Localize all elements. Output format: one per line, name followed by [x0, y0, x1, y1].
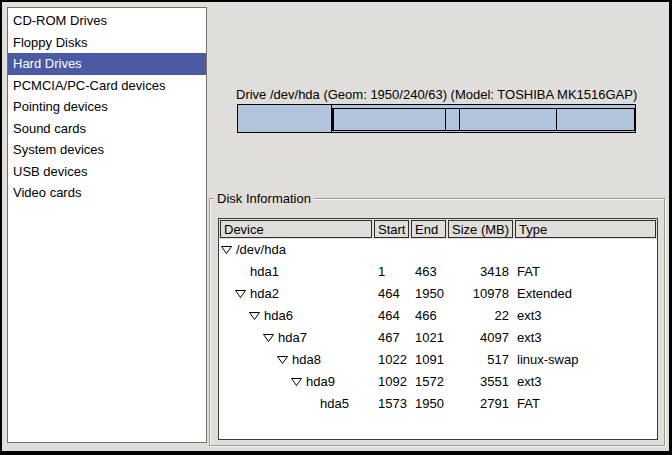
expander-triangle-icon[interactable] [221, 246, 232, 254]
table-row-hda2[interactable]: hda2464195010978Extended [219, 283, 657, 305]
expander-triangle-icon[interactable] [235, 290, 246, 298]
partition-bar-segment-hda2 [332, 105, 635, 132]
device-cell: hda2 [219, 283, 375, 305]
end-cell: 1091 [412, 349, 449, 371]
table-row-hda9[interactable]: hda9109215723551ext3 [219, 371, 657, 393]
disk-information-groupbox: Disk Information DeviceStartEndSize (MB)… [209, 198, 665, 446]
drive-geometry-label: Drive /dev/hda (Geom: 1950/240/63) (Mode… [236, 87, 637, 102]
table-row--dev-hda[interactable]: /dev/hda [219, 239, 657, 261]
column-header-type[interactable]: Type [515, 220, 656, 238]
column-header-end[interactable]: End [411, 220, 446, 238]
size-cell: 517 [449, 349, 515, 371]
sidebar-item-pointing-devices[interactable]: Pointing devices [8, 96, 206, 118]
hardware-category-list[interactable]: CD-ROM DrivesFloppy DisksHard DrivesPCMC… [7, 7, 207, 443]
type-cell: FAT [515, 393, 657, 415]
partition-bar-logical-container [332, 108, 635, 131]
partition-bar-segment-hda9 [460, 109, 557, 130]
expander-triangle-icon[interactable] [249, 312, 260, 320]
device-cell: hda1 [219, 261, 375, 283]
end-cell: 466 [412, 305, 449, 327]
sidebar-item-sound-cards[interactable]: Sound cards [8, 118, 206, 140]
table-row-hda1[interactable]: hda114633418FAT [219, 261, 657, 283]
partition-bar-segment-hda7 [334, 109, 446, 130]
disk-information-title: Disk Information [214, 191, 314, 206]
device-label: hda7 [278, 327, 307, 349]
device-label: hda1 [250, 261, 279, 283]
end-cell: 1021 [412, 327, 449, 349]
size-cell: 3551 [449, 371, 515, 393]
type-cell: ext3 [515, 371, 657, 393]
start-cell: 1022 [375, 349, 412, 371]
device-label: hda6 [264, 305, 293, 327]
device-cell: /dev/hda [219, 239, 375, 261]
start-cell: 1 [375, 261, 412, 283]
sidebar-item-hard-drives[interactable]: Hard Drives [8, 53, 206, 75]
start-cell: 464 [375, 305, 412, 327]
start-cell [375, 239, 412, 261]
device-label: /dev/hda [236, 239, 286, 261]
start-cell: 1573 [375, 393, 412, 415]
start-cell: 467 [375, 327, 412, 349]
device-label: hda9 [306, 371, 335, 393]
sidebar-item-system-devices[interactable]: System devices [8, 139, 206, 161]
size-cell: 10978 [449, 283, 515, 305]
column-header-device[interactable]: Device [220, 220, 372, 238]
sidebar-item-pcmcia-pc-card-devices[interactable]: PCMCIA/PC-Card devices [8, 75, 206, 97]
start-cell: 464 [375, 283, 412, 305]
table-row-hda8[interactable]: hda810221091517linux-swap [219, 349, 657, 371]
size-cell: 4097 [449, 327, 515, 349]
size-cell [449, 239, 515, 261]
device-cell: hda8 [219, 349, 375, 371]
type-cell [515, 239, 657, 261]
sidebar-item-floppy-disks[interactable]: Floppy Disks [8, 32, 206, 54]
column-header-start[interactable]: Start [374, 220, 409, 238]
type-cell: ext3 [515, 327, 657, 349]
end-cell: 1950 [412, 393, 449, 415]
table-row-hda6[interactable]: hda646446622ext3 [219, 305, 657, 327]
device-cell: hda5 [219, 393, 375, 415]
size-cell: 3418 [449, 261, 515, 283]
expander-triangle-icon[interactable] [277, 356, 288, 364]
start-cell: 1092 [375, 371, 412, 393]
size-cell: 22 [449, 305, 515, 327]
sidebar-item-video-cards[interactable]: Video cards [8, 182, 206, 204]
end-cell [412, 239, 449, 261]
type-cell: ext3 [515, 305, 657, 327]
end-cell: 463 [412, 261, 449, 283]
table-row-hda7[interactable]: hda746710214097ext3 [219, 327, 657, 349]
end-cell: 1950 [412, 283, 449, 305]
expander-triangle-icon[interactable] [291, 378, 302, 386]
device-cell: hda6 [219, 305, 375, 327]
table-body: /dev/hdahda114633418FAThda2464195010978E… [219, 239, 657, 415]
partition-bar-segment-hda5 [557, 109, 634, 130]
device-label: hda8 [292, 349, 321, 371]
device-cell: hda7 [219, 327, 375, 349]
partition-bar [237, 104, 636, 133]
type-cell: linux-swap [515, 349, 657, 371]
expander-triangle-icon[interactable] [263, 334, 274, 342]
table-header: DeviceStartEndSize (MB)Type [219, 219, 657, 239]
sidebar-item-usb-devices[interactable]: USB devices [8, 161, 206, 183]
sidebar-item-cd-rom-drives[interactable]: CD-ROM Drives [8, 10, 206, 32]
partition-bar-segment-hda8 [446, 109, 460, 130]
device-cell: hda9 [219, 371, 375, 393]
type-cell: Extended [515, 283, 657, 305]
disk-information-table[interactable]: DeviceStartEndSize (MB)Type /dev/hdahda1… [218, 218, 658, 440]
column-header-size-mb-[interactable]: Size (MB) [448, 220, 513, 238]
device-label: hda2 [250, 283, 279, 305]
end-cell: 1572 [412, 371, 449, 393]
type-cell: FAT [515, 261, 657, 283]
device-label: hda5 [320, 393, 349, 415]
hardware-browser-window: CD-ROM DrivesFloppy DisksHard DrivesPCMC… [0, 0, 672, 455]
size-cell: 2791 [449, 393, 515, 415]
partition-bar-segment-hda1 [238, 105, 332, 132]
table-row-hda5[interactable]: hda5157319502791FAT [219, 393, 657, 415]
